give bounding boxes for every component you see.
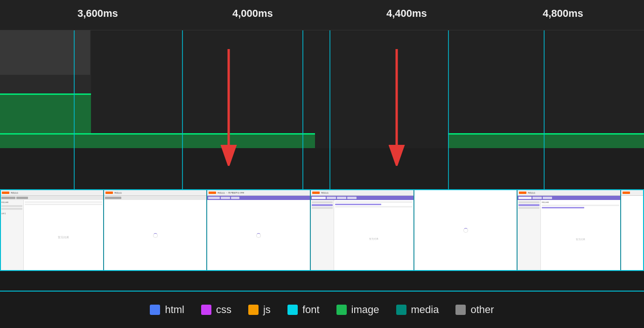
ss5-spinner <box>463 228 468 233</box>
ss6-logo <box>519 192 526 194</box>
vline-3 <box>302 30 303 189</box>
other-color <box>455 305 466 315</box>
ss4-item3 <box>312 207 333 209</box>
css-label: css <box>216 304 231 316</box>
other-label: other <box>470 304 494 316</box>
screenshot-panel-7 <box>621 190 644 271</box>
track-dark-mid <box>315 133 448 148</box>
legend-html: html <box>150 304 184 316</box>
ss6-footer: ◁ 进阶功能... <box>518 271 620 271</box>
js-color <box>248 305 259 315</box>
ss7-header <box>621 190 644 196</box>
screenshot-panel-6: 淘流点点 听想点成绩 <box>517 190 621 271</box>
ss4-r1 <box>335 201 413 203</box>
legend-js: js <box>248 304 271 316</box>
green-block-2 <box>0 133 303 148</box>
ss6-r1 <box>542 205 619 206</box>
ss4-nav-active <box>312 197 326 199</box>
timeline-container: 3,600ms 4,000ms 4,400ms 4,800ms <box>0 0 644 271</box>
ss2-body <box>104 200 207 271</box>
legend-font: font <box>287 304 320 316</box>
ss6-right: 听想点成绩 暂无结果 <box>541 200 620 271</box>
ss4-body: 暂无结果 <box>311 200 413 271</box>
ss1-footer: ◁ 进阶功能地图到对比的... <box>0 271 103 271</box>
ss4-r2-highlight <box>335 204 381 205</box>
ss6-nav <box>518 196 620 200</box>
ss4-nav-2 <box>337 197 346 199</box>
ss1-right: 暂无结果 <box>24 200 103 271</box>
screenshot-panel-4: 淘流点点 <box>310 190 414 271</box>
legend-image: image <box>336 304 379 316</box>
vline-4 <box>329 30 330 189</box>
screenshot-panel-1: 淘流点点 听想点成绩 全部 () <box>0 190 104 271</box>
ss1-nav <box>0 196 103 200</box>
ss2-nav-1 <box>105 197 121 199</box>
image-color <box>336 305 347 315</box>
tracks-area: 淘流点点 听想点成绩 全部 () <box>0 30 644 271</box>
ss4-nav-1 <box>327 197 336 199</box>
media-label: media <box>411 304 439 316</box>
ss1-blank: 暂无结果 <box>25 206 102 269</box>
ss4-nav-3 <box>347 197 357 199</box>
screenshot-panel-3: 淘流点点 → 用户数据平台 CRM <box>207 190 310 271</box>
ss1-nav-2 <box>16 197 28 199</box>
ss4-item1 <box>312 201 333 203</box>
green-block-2b <box>303 133 315 148</box>
ss6-nav-2 <box>543 197 552 199</box>
ss1-title: 淘流点点 <box>11 192 18 194</box>
green-block-3 <box>448 133 644 148</box>
ss4-footer: ◁ 进阶功能地图到对比的... <box>311 271 413 271</box>
font-label: font <box>302 304 320 316</box>
js-label: js <box>263 304 271 316</box>
css-color <box>201 305 211 315</box>
ss6-title: 淘流点点 <box>528 192 535 194</box>
media-color <box>396 305 406 315</box>
ss4-title: 淘流点点 <box>321 192 329 194</box>
ss4-right: 暂无结果 <box>334 200 413 271</box>
ss2-logo <box>105 192 113 194</box>
ss4-logo <box>312 192 320 194</box>
ss6-blank: 暂无结果 <box>542 209 619 269</box>
ss6-nav-active <box>518 197 532 199</box>
ss1-body: 听想点成绩 全部 () 暂无结果 <box>0 200 103 271</box>
track-dark-bottom <box>0 148 644 185</box>
legend-other: other <box>455 304 494 316</box>
time-marker-4000: 4,000ms <box>229 0 273 20</box>
ss6-header: 淘流点点 <box>518 190 620 196</box>
time-marker-3600: 3,600ms <box>74 0 118 20</box>
ss6-item2 <box>518 204 539 206</box>
ss3-nav <box>207 196 310 200</box>
ss4-item2 <box>312 204 333 206</box>
ss3-title: 淘流点点 → 用户数据平台 CRM <box>217 192 244 194</box>
html-color <box>150 305 160 315</box>
vline-1 <box>74 30 75 189</box>
ss3-header: 淘流点点 → 用户数据平台 CRM <box>207 190 310 196</box>
ss1-nav-1 <box>1 197 15 199</box>
image-label: image <box>351 304 379 316</box>
ss1-item1 <box>1 205 22 207</box>
ss3-nav-2 <box>221 197 230 199</box>
legend-bar: html css js font image media other <box>0 291 644 328</box>
track-block-dark-2 <box>0 30 90 75</box>
vline-5 <box>448 30 449 189</box>
screenshot-panels: 淘流点点 听想点成绩 全部 () <box>0 189 644 271</box>
vline-6 <box>544 30 545 189</box>
ss3-spinner <box>256 233 261 238</box>
legend-media: media <box>396 304 439 316</box>
ss2-nav <box>104 196 207 200</box>
screenshot-panel-2: 淘流点点 <box>104 190 207 271</box>
ss2-title: 淘流点点 <box>114 192 122 194</box>
screenshot-panel-5 <box>414 190 518 271</box>
time-marker-4800: 4,800ms <box>539 0 583 20</box>
ss1-left: 听想点成绩 全部 () <box>0 200 24 271</box>
ss7-body <box>621 196 644 266</box>
ss2-header: 淘流点点 <box>104 190 207 196</box>
ss6-r2-highlight <box>542 207 584 208</box>
ss3-body <box>207 200 310 271</box>
time-marker-4400: 4,400ms <box>383 0 427 20</box>
ss6-left <box>518 200 541 271</box>
green-block-1 <box>0 93 91 133</box>
ss4-left <box>311 200 334 271</box>
ss1-r2 <box>25 204 102 205</box>
ss6-nav-1 <box>532 197 542 199</box>
